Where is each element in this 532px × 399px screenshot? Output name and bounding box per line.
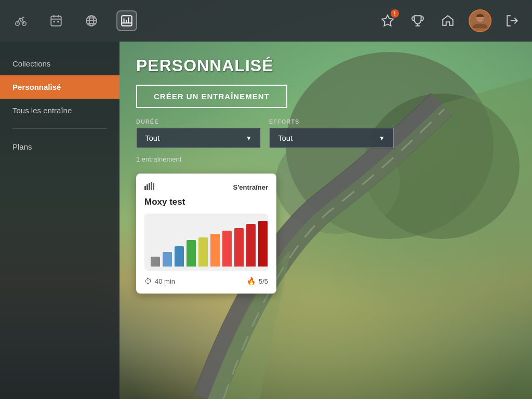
main-content: PERSONNALISÉ CRÉER UN ENTRAÎNEMENT DURÉE… [119,42,532,399]
svg-point-3 [16,22,20,26]
bar-0 [151,257,160,267]
clock-icon: ⏱ [144,277,152,285]
topbar: ! [0,0,532,42]
bar-7 [234,228,244,267]
efforts-filter-arrow: ▼ [379,135,385,142]
bar-2 [175,246,184,267]
duration-filter-group: DURÉE Tout ▼ [136,118,261,148]
create-training-button[interactable]: CRÉER UN ENTRAÎNEMENT [136,85,287,108]
duration-filter-select[interactable]: Tout ▼ [136,128,261,148]
avatar[interactable] [469,9,491,32]
svg-rect-10 [54,21,55,22]
svg-rect-6 [51,16,61,25]
duration-filter-value: Tout [145,134,159,142]
sidebar-item-plans[interactable]: Plans [0,135,119,158]
svg-rect-11 [57,21,59,22]
duration-filter-label: DURÉE [136,118,261,125]
efforts-filter-group: EFFORTS Tout ▼ [269,118,394,148]
notification-button[interactable]: ! [378,11,397,30]
svg-rect-28 [144,186,146,190]
svg-rect-31 [151,182,152,190]
topbar-nav-right: ! [378,9,522,32]
svg-rect-32 [153,183,154,190]
svg-rect-30 [149,183,150,190]
difficulty-value: 5/5 [259,277,268,285]
efforts-filter-value: Tout [278,134,292,142]
bar-3 [187,240,196,267]
card-duration: ⏱ 40 min [144,277,175,285]
topbar-nav-left [10,10,137,31]
svg-rect-29 [147,184,148,190]
bar-6 [222,231,232,267]
sidebar-item-tous[interactable]: Tous les entraîne [0,99,119,122]
sidebar-divider [12,128,107,129]
filters-container: DURÉE Tout ▼ EFFORTS Tout ▼ [136,118,515,148]
bike-nav-icon[interactable] [10,10,31,31]
bar-9 [258,221,268,267]
calendar-nav-icon[interactable] [46,10,66,31]
home-button[interactable] [438,11,457,30]
notification-badge: ! [391,9,399,18]
card-header: S'entraîner [144,182,268,193]
trophy-button[interactable] [408,11,427,30]
svg-rect-17 [122,16,132,26]
card-difficulty: 🔥 5/5 [247,277,268,285]
sidebar-item-collections[interactable]: Collections [0,52,119,75]
svg-point-5 [22,17,23,18]
card-title: Moxy test [144,197,268,207]
duration-value: 40 min [155,277,175,285]
card-chart-icon [144,182,155,193]
bar-8 [246,224,256,267]
card-action-button[interactable]: S'entraîner [233,183,268,191]
efforts-filter-label: EFFORTS [269,118,394,125]
flame-icon: 🔥 [247,277,256,285]
count-text: 1 entraînement [136,155,515,163]
page-title: PERSONNALISÉ [136,56,515,75]
logout-button[interactable] [503,11,522,30]
globe-nav-icon[interactable] [81,10,102,31]
bar-5 [210,234,220,267]
bar-1 [163,252,172,267]
efforts-filter-select[interactable]: Tout ▼ [269,128,394,148]
duration-filter-arrow: ▼ [246,135,252,142]
card-footer: ⏱ 40 min 🔥 5/5 [144,277,268,285]
bar-4 [198,237,208,267]
training-card: S'entraîner Moxy test ⏱ 40 min 🔥 5/5 [136,174,276,294]
training-bar-chart [144,214,268,271]
sidebar: Collections Personnalisé Tous les entraî… [0,42,119,399]
training-nav-icon[interactable] [116,10,137,31]
sidebar-item-personnalise[interactable]: Personnalisé [0,75,119,99]
